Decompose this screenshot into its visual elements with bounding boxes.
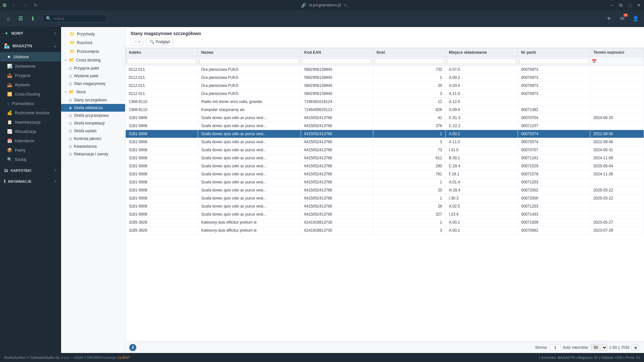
records-per-page-select[interactable]: 50 100 200 [591, 344, 607, 351]
table-row[interactable]: 3181-5908Szafa donec quis odio ac purus … [126, 130, 644, 138]
nav-child-strefa-przyrampowa[interactable]: ◎Strefa przyrampowa [61, 112, 125, 119]
panel-title: Stany magazynowe szczegółowo [131, 31, 639, 36]
filter-input-3[interactable] [375, 58, 444, 64]
nav-item-stock[interactable]: ▾📂Stock [61, 88, 125, 96]
table-row[interactable]: 3185-3928Kalesony duis efficitur pretium… [126, 227, 644, 235]
filter-input-1[interactable] [199, 58, 300, 64]
sidebar-item-przyjecia[interactable]: 📥 Przyjęcia [0, 71, 61, 80]
table-row[interactable]: 0112.011Gra planszowa FUKS59029561399453… [126, 90, 644, 98]
sidebar-item-szukaj[interactable]: 🔍 Szukaj [0, 155, 61, 164]
sidebar-item-zestawienia[interactable]: 📊 Zestawienia [0, 61, 61, 71]
sidebar-magazyn-header[interactable]: 🏪 MAGAZYN ▲ [0, 40, 61, 52]
back-button[interactable]: ← [11, 2, 18, 8]
table-row[interactable]: 3181-5908Szafa donec quis odio ac purus … [126, 210, 644, 218]
cell-2-2: 5902956139945 [301, 82, 373, 90]
nav-child-reklamacje[interactable]: ◎Reklamacje i zwroty [61, 150, 125, 158]
nav-child-strefa-odkladcza[interactable]: ◉Strefa odkładcza [61, 104, 125, 112]
toolbar-menu-button[interactable]: ☰ ▼ [131, 38, 143, 46]
filter-input-2[interactable] [302, 58, 372, 64]
nav-child-strefa-kompletacji[interactable]: ◎Strefa kompletacji [61, 119, 125, 127]
table-row[interactable]: 1368-8110Radio md donec eros nulla, grav… [126, 98, 644, 106]
column-header-3[interactable]: Ilość [373, 48, 446, 57]
calendar-icon[interactable]: 📅 [592, 59, 597, 64]
table-row[interactable]: 3181-5908Szafa donec quis odio ac purus … [126, 146, 644, 154]
nav-doc-icon-stan-magazynowy: ◎ [69, 81, 72, 86]
table-row[interactable]: 3185-3928Kalesony duis efficitur pretium… [126, 218, 644, 227]
column-header-5[interactable]: Nr partii [518, 48, 590, 57]
table-row[interactable]: 0112.011Gra planszowa FUKS59029561399452… [126, 82, 644, 90]
cell-10-5: 00070707 [518, 146, 590, 154]
footer-license-value[interactable]: CLIENT [118, 356, 130, 359]
nav-child-kwarantanna[interactable]: ◎Kwarantanna [61, 143, 125, 150]
filter-input-4[interactable] [447, 58, 516, 64]
nav-child-wydanie-palet[interactable]: ◎Wydanie palet [61, 72, 125, 80]
column-header-0[interactable]: Indeks [126, 48, 198, 57]
page-label: Strona: [535, 345, 548, 350]
sidebar-item-rozliczenie[interactable]: 💰 Rozliczenie kosztów [0, 108, 61, 117]
pagination-prev-button[interactable]: ◀ [631, 344, 639, 351]
sidebar-new-header[interactable]: ＋ NOWY ▼ [0, 27, 61, 40]
info-button[interactable]: ℹ [129, 344, 136, 351]
forward-button[interactable]: → [22, 2, 29, 8]
sidebar-item-wydania[interactable]: 📤 Wydania [0, 80, 61, 89]
maximize-button[interactable]: □ [627, 3, 632, 8]
sidebar-item-inwentaryzacja[interactable]: 📋 Inwentaryzacja [0, 117, 61, 127]
table-row[interactable]: 3181-5908Szafa donec quis odio ac purus … [126, 178, 644, 186]
column-header-4[interactable]: Miejsce składowania [445, 48, 518, 57]
table-row[interactable]: 3181-5908Szafa donec quis odio ac purus … [126, 186, 644, 194]
table-row[interactable]: 0112.011Gra planszowa FUKS59029561399457… [126, 66, 644, 74]
table-row[interactable]: 3181-5908Szafa donec quis odio ac purus … [126, 122, 644, 130]
restore-button[interactable]: ⧉ [618, 3, 623, 8]
sidebar-item-informacje[interactable]: ℹ INFORMACJE ▼ [0, 176, 61, 186]
close-button[interactable]: ✕ [636, 3, 641, 8]
sidebar-item-przesuniecia[interactable]: ↕ Przesunięcia [0, 99, 61, 108]
nav-item-przychody[interactable]: ▶📁Przychody [61, 30, 125, 38]
info-icon[interactable]: ℹ [28, 14, 37, 23]
home-icon[interactable]: ⌂ [4, 14, 13, 23]
nav-child-kontrola-jakosci[interactable]: ◎Kontrola jakości [61, 135, 125, 143]
table-row[interactable]: 3181-5908Szafa donec quis odio ac purus … [126, 170, 644, 178]
user-icon[interactable]: 👤 [631, 14, 640, 23]
flight-icon[interactable]: ✈ [604, 14, 613, 23]
sidebar-item-cross-docking[interactable]: 🔀 Cross-Docking [0, 89, 61, 99]
cell-9-4: A.11.0 [445, 138, 518, 146]
table-row[interactable]: 0112.011Gra planszowa FUKS59029561399451… [126, 74, 644, 82]
toolbar-preview-button[interactable]: 🔍 Podgląd [146, 38, 173, 46]
mail-icon[interactable]: ✉ 6 [618, 14, 627, 23]
table-row[interactable]: 3181-5908Szafa donec quis odio ac purus … [126, 194, 644, 202]
sidebar-item-kartoteki[interactable]: 🗂 KARTOTEKI ▼ [0, 165, 61, 175]
table-row[interactable]: 3181-5908Szafa donec quis odio ac purus … [126, 154, 644, 162]
refresh-button[interactable]: ↻ [32, 2, 39, 8]
column-header-2[interactable]: Kod EAN [301, 48, 373, 57]
sidebar-item-kalendarze[interactable]: 📅 Kalendarze [0, 136, 61, 145]
menu-icon[interactable]: ☰ [16, 14, 25, 23]
apps-icon[interactable]: ⊞ [3, 2, 7, 8]
nav-item-cross-docking[interactable]: ▾📂Cross docking [61, 56, 125, 64]
table-container[interactable]: IndeksNazwaKod EANIlośćMiejsce składowan… [125, 48, 644, 341]
cell-0-4: A.07.0 [445, 66, 518, 74]
table-row[interactable]: 3181-5908Szafa donec quis odio ac purus … [126, 202, 644, 210]
minimize-button[interactable]: ─ [609, 3, 614, 8]
cell-8-2: 6415052413766 [301, 130, 373, 138]
cell-5-0: 2368-8110 [126, 106, 198, 114]
filter-input-5[interactable] [519, 58, 589, 64]
nav-item-przesuniecia[interactable]: ▶📁Przesunięcia [61, 47, 125, 56]
nav-item-rozchod[interactable]: ▶📁Rozchód [61, 38, 125, 47]
page-input[interactable] [549, 344, 561, 351]
nav-child-strefa-wydan[interactable]: ◎Strefa wydań [61, 127, 125, 135]
nav-child-przyjecia-palet[interactable]: ◎Przyjęcia palet [61, 64, 125, 72]
table-row[interactable]: 3181-5908Szafa donec quis odio ac purus … [126, 114, 644, 122]
sidebar-item-wizualizacja[interactable]: 📈 Wizualizacja [0, 127, 61, 136]
column-header-1[interactable]: Nazwa [198, 48, 301, 57]
filter-input-0[interactable] [127, 58, 196, 64]
sidebar-item-palety[interactable]: 📦 Palety [0, 145, 61, 155]
table-row[interactable]: 3181-5908Szafa donec quis odio ac purus … [126, 138, 644, 146]
nav-child-stan-magazynowy[interactable]: ◎Stan magazynowy [61, 80, 125, 88]
table-row[interactable]: 2368-8110Komputer stacjonarny alx7245400… [126, 106, 644, 114]
table-row[interactable]: 3181-5908Szafa donec quis odio ac purus … [126, 162, 644, 170]
cell-15-4: H.28.4 [445, 186, 518, 194]
column-header-6[interactable]: Termin ważności [590, 48, 644, 57]
sidebar-item-ulubione[interactable]: ★ Ulubione [0, 52, 61, 61]
search-input[interactable] [53, 16, 101, 21]
nav-child-stany-szczegolowo[interactable]: ◎Stany szczegółowo [61, 96, 125, 104]
